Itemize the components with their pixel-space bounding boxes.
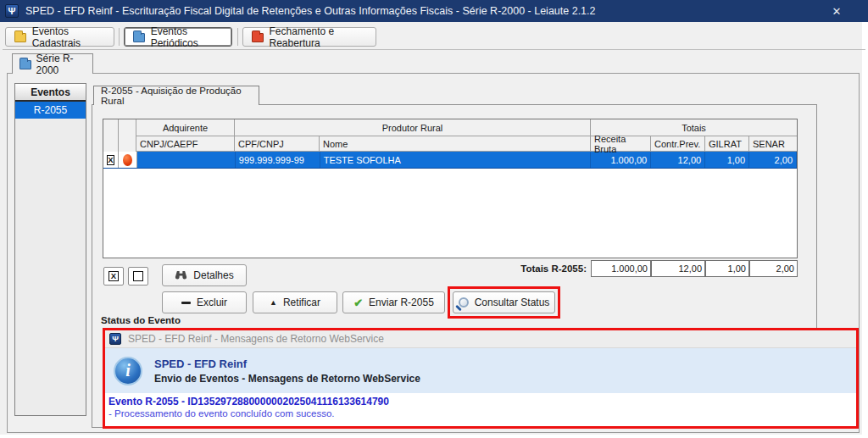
- folder-yellow-icon: [14, 33, 26, 42]
- tab-r2055-aquisicao[interactable]: R-2055 - Aquisição de Produção Rural: [93, 86, 259, 105]
- cell-senar: 2,00: [749, 152, 797, 168]
- events-list-item-r2055[interactable]: R-2055: [15, 102, 86, 119]
- app-window: Ψ SPED - EFD Reinf - Escrituração Fiscal…: [0, 0, 868, 438]
- detalhes-button[interactable]: Detalhes: [162, 264, 247, 286]
- banner-subtitle: Envio de Eventos - Mensagens de Retorno …: [154, 373, 420, 385]
- tab-eventos-cadastrais[interactable]: Eventos Cadastrais: [5, 27, 114, 47]
- col-header-cpf-cnpj: CPF/CNPJ: [235, 136, 320, 151]
- folder-blue-icon: [133, 33, 145, 42]
- red-circle-icon: [123, 154, 132, 166]
- cell-contr-prev: 12,00: [651, 152, 705, 168]
- col-header-senar: SENAR: [749, 136, 797, 151]
- grid-column-header-row: CNPJ/CAEPF CPF/CNPJ Nome Receita Bruta C…: [136, 136, 797, 152]
- banner-title: SPED - EFD Reinf: [154, 358, 420, 370]
- tab-fechamento-reabertura[interactable]: Fechamento e Reabertura: [242, 27, 376, 47]
- minus-icon: [181, 302, 191, 304]
- webservice-return-dialog: Ψ SPED - EFD Reinf - Mensagens de Retorn…: [103, 328, 859, 429]
- divider: [3, 49, 865, 50]
- folder-blue-icon: [19, 60, 31, 69]
- red-highlight-consultar-status: [448, 286, 560, 319]
- select-all-button[interactable]: X: [103, 267, 124, 286]
- unchecked-icon: [133, 271, 143, 281]
- sped-trident-icon: Ψ: [5, 4, 19, 18]
- cell-receita-bruta: 1.000,00: [591, 152, 651, 168]
- button-label: Retificar: [283, 297, 320, 308]
- button-label: Detalhes: [193, 269, 233, 281]
- cell-nome: TESTE SOFOLHA: [320, 152, 592, 168]
- grid-group-header-row: Adquirente Produtor Rural Totais: [136, 119, 797, 136]
- info-icon: i: [114, 357, 142, 385]
- total-gilrat: 1,00: [705, 260, 749, 277]
- tab-label: Série R-2000: [36, 53, 86, 76]
- header-select-column: [103, 119, 119, 152]
- close-icon[interactable]: ✕: [827, 3, 846, 19]
- dialog-titlebar: Ψ SPED - EFD Reinf - Mensagens de Retorn…: [105, 330, 856, 348]
- r2055-grid: Adquirente Produtor Rural Totais CNPJ/CA…: [103, 119, 798, 258]
- events-list-panel: Eventos R-2055: [14, 83, 86, 416]
- group-header-produtor-rural: Produtor Rural: [235, 119, 591, 136]
- col-header-contr-prev: Contr.Prev.: [651, 136, 705, 151]
- success-message: - Processamento do evento concluído com …: [108, 408, 853, 419]
- tab-serie-r2000[interactable]: Série R-2000: [12, 53, 93, 74]
- dialog-title: SPED - EFD Reinf - Mensagens de Retorno …: [128, 333, 384, 345]
- button-label: Enviar R-2055: [369, 297, 434, 308]
- group-header-adquirente: Adquirente: [136, 119, 235, 136]
- tab-separator: [119, 28, 120, 46]
- col-header-nome: Nome: [320, 136, 591, 151]
- events-list-header: Eventos: [15, 84, 86, 102]
- checked-icon: X: [108, 271, 119, 281]
- excluir-button[interactable]: Excluir: [162, 291, 247, 313]
- binoculars-icon: [175, 270, 187, 281]
- tab-label: Fechamento e Reabertura: [270, 25, 367, 49]
- total-contr-prev: 12,00: [651, 260, 705, 277]
- table-row[interactable]: X 999.999.999-99 TESTE SOFOLHA 1.000,00 …: [103, 152, 797, 169]
- cell-cnpj-caepf: [137, 152, 236, 168]
- cell-gilrat: 1,00: [705, 152, 749, 168]
- dialog-banner: i SPED - EFD Reinf Envio de Eventos - Me…: [105, 348, 856, 393]
- header-indicator-column: [119, 119, 136, 152]
- select-none-button[interactable]: [128, 267, 148, 286]
- totals-label: Totais R-2055:: [407, 263, 587, 274]
- tab-label: Eventos Periódicos: [151, 25, 223, 49]
- dialog-messages: Evento R-2055 - ID1352972880000002025041…: [105, 393, 856, 421]
- tab-eventos-periodicos[interactable]: Eventos Periódicos: [124, 27, 232, 47]
- event-id-message: Evento R-2055 - ID1352972880000002025041…: [108, 396, 853, 408]
- button-label: Excluir: [197, 297, 227, 308]
- status-do-evento-label: Status do Evento: [101, 315, 181, 325]
- window-titlebar: Ψ SPED - EFD Reinf - Escrituração Fiscal…: [0, 0, 868, 22]
- row-checkbox[interactable]: X: [103, 152, 119, 168]
- tab-label: R-2055 - Aquisição de Produção Rural: [101, 86, 252, 106]
- retificar-button[interactable]: ▲ Retificar: [253, 291, 337, 313]
- row-status-indicator: [119, 152, 137, 168]
- total-receita-bruta: 1.000,00: [591, 260, 651, 277]
- grid-header: Adquirente Produtor Rural Totais CNPJ/CA…: [103, 119, 797, 152]
- enviar-r2055-button[interactable]: ✔ Enviar R-2055: [342, 291, 445, 313]
- window-title: SPED - EFD Reinf - Escrituração Fiscal D…: [25, 5, 596, 17]
- sped-trident-icon: Ψ: [109, 333, 121, 345]
- triangle-up-icon: ▲: [270, 299, 277, 307]
- col-header-gilrat: GILRAT: [705, 136, 749, 151]
- tab-label: Eventos Cadastrais: [32, 25, 105, 49]
- checked-icon: X: [107, 155, 114, 165]
- col-header-cnpj-caepf: CNPJ/CAEPF: [136, 136, 235, 151]
- col-header-receita-bruta: Receita Bruta: [591, 136, 651, 151]
- tab-separator: [237, 28, 238, 46]
- cell-cpf-cnpj: 999.999.999-99: [236, 152, 320, 168]
- folder-red-icon: [252, 33, 264, 42]
- total-senar: 2,00: [749, 260, 798, 277]
- green-check-icon: ✔: [353, 297, 363, 308]
